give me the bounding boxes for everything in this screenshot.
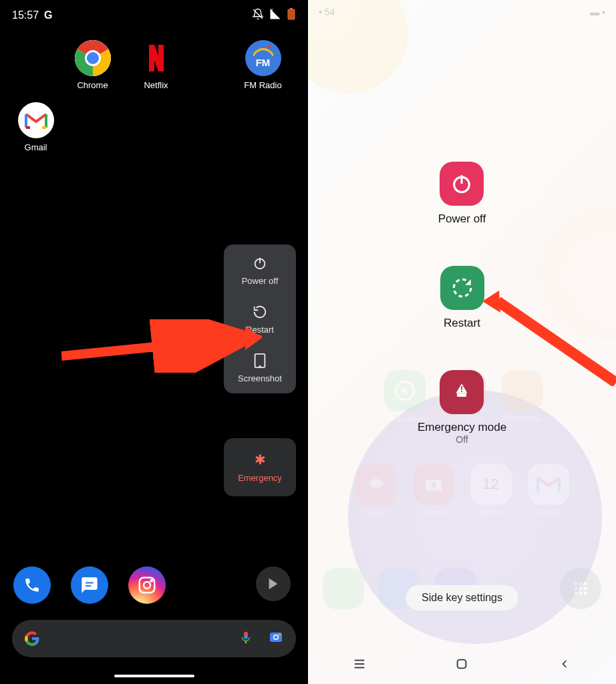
restart-button[interactable]: Restart	[440, 266, 484, 330]
play-app[interactable]	[256, 566, 291, 601]
app-label: Chrome	[77, 80, 108, 90]
emergency-button[interactable]: ✱ Emergency	[224, 438, 296, 496]
recents-button[interactable]	[351, 655, 368, 673]
screenshot-label: Screenshot	[238, 373, 282, 383]
power-off-label: Power off	[242, 276, 279, 286]
dnd-off-icon	[252, 8, 264, 23]
lens-icon[interactable]	[268, 629, 284, 648]
emergency-label: Emergency mode	[418, 421, 506, 434]
app-row-2: Gmail	[0, 90, 308, 152]
app-chrome[interactable]: Chrome	[61, 40, 124, 90]
phone-left: 15:57 G X	[0, 0, 308, 684]
status-bar: 15:57 G X	[0, 0, 308, 31]
screenshot-icon	[251, 352, 269, 369]
screenshot-button[interactable]: Screenshot	[228, 352, 292, 383]
restart-icon	[440, 266, 484, 310]
restart-icon	[251, 303, 269, 321]
home-button[interactable]	[453, 655, 470, 673]
samsung-power-menu: Power off Restart ! Emergency mode Off	[308, 162, 616, 445]
home-indicator[interactable]	[114, 675, 194, 677]
svg-rect-12	[255, 354, 265, 367]
side-key-settings-button[interactable]: Side key settings	[406, 585, 518, 611]
app-label: Netflix	[144, 80, 168, 90]
svg-rect-2	[288, 9, 295, 19]
battery-icon	[287, 8, 296, 23]
emergency-sub: Off	[456, 434, 468, 445]
app-netflix[interactable]: Netflix	[124, 40, 188, 90]
google-indicator: G	[44, 9, 52, 21]
svg-line-14	[61, 338, 245, 356]
power-off-label: Power off	[438, 212, 486, 226]
svg-rect-25	[279, 634, 281, 635]
power-icon	[251, 254, 269, 272]
right-status-bar: • 54 ▬ ▪	[308, 0, 616, 24]
svg-point-24	[275, 636, 278, 639]
power-menu: Power off Restart Screenshot	[224, 244, 296, 393]
svg-point-19	[144, 582, 150, 588]
signal-icon: X	[269, 8, 281, 23]
svg-text:X: X	[271, 8, 274, 13]
restart-label: Restart	[444, 317, 480, 330]
emergency-icon: !	[440, 370, 484, 414]
svg-text:!: !	[460, 384, 463, 394]
phone-app[interactable]	[13, 566, 51, 604]
emergency-label: Emergency	[238, 473, 282, 483]
mic-icon[interactable]	[239, 630, 253, 647]
svg-line-9	[268, 45, 271, 48]
google-g-icon	[24, 631, 40, 647]
nav-bar	[308, 644, 616, 684]
status-time: 15:57	[12, 9, 39, 21]
svg-point-6	[87, 52, 99, 64]
app-gmail[interactable]: Gmail	[4, 102, 67, 152]
svg-rect-3	[290, 8, 293, 9]
app-row-1: Chrome Netflix FM FM Radio	[0, 31, 308, 90]
instagram-app[interactable]	[128, 566, 166, 604]
back-button[interactable]	[556, 655, 573, 673]
power-icon	[440, 162, 484, 206]
power-off-button[interactable]: Power off	[228, 254, 292, 286]
emergency-mode-button[interactable]: ! Emergency mode Off	[418, 370, 506, 445]
svg-point-20	[151, 580, 153, 582]
svg-rect-52	[458, 660, 466, 669]
restart-button[interactable]: Restart	[228, 303, 292, 335]
restart-label: Restart	[246, 325, 274, 335]
emergency-icon: ✱	[255, 452, 266, 468]
svg-rect-21	[245, 641, 247, 643]
app-label: FM Radio	[244, 80, 281, 90]
search-bar[interactable]	[12, 620, 296, 657]
messages-app[interactable]	[71, 566, 108, 604]
power-off-button[interactable]: Power off	[438, 162, 486, 226]
app-label: Gmail	[25, 142, 47, 152]
app-fmradio[interactable]: FM FM Radio	[228, 40, 298, 90]
fm-badge: FM	[256, 57, 271, 68]
phone-right: B WA Business Instagram Terrachow Galler…	[308, 0, 616, 684]
